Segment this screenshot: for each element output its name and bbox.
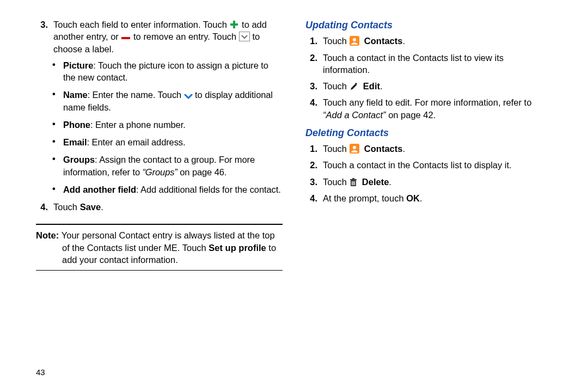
left-column: 3. Touch each field to enter information… xyxy=(36,19,283,271)
bullet-text: Groups: Assign the contact to a group. F… xyxy=(63,154,283,178)
t: . xyxy=(380,81,383,91)
updating-steps: 1. Touch Contacts. 2. Touch a contact in… xyxy=(305,35,552,121)
t: Save xyxy=(80,202,101,212)
bullet-email: • Email: Enter an email address. xyxy=(52,136,283,148)
section-deleting: Deleting Contacts xyxy=(305,126,552,139)
trash-icon xyxy=(350,178,357,187)
step-number: 1. xyxy=(305,143,317,155)
t: Delete xyxy=(362,177,389,187)
svg-rect-11 xyxy=(352,178,354,179)
section-updating: Updating Contacts xyxy=(305,19,552,32)
t: choose a label. xyxy=(53,44,114,54)
del-step-1: 1. Touch Contacts. xyxy=(305,143,552,155)
bullet-phone: • Phone: Enter a phone number. xyxy=(52,119,283,131)
bullet-dot: • xyxy=(52,59,59,84)
t: Contacts xyxy=(364,36,403,46)
t: . xyxy=(402,36,405,46)
step-list-left: 3. Touch each field to enter information… xyxy=(36,19,283,55)
t: . xyxy=(420,193,422,203)
label-box-icon xyxy=(239,32,250,41)
t: to remove an entry. Touch xyxy=(133,32,239,41)
svg-rect-1 xyxy=(233,21,235,28)
step-text: At the prompt, touch OK. xyxy=(323,192,552,204)
deleting-steps: 1. Touch Contacts. 2. Touch a contact in… xyxy=(305,143,552,204)
t: . xyxy=(101,202,103,212)
bullet-text: Name: Enter the name. Touch to display a… xyxy=(63,89,283,113)
del-step-4: 4. At the prompt, touch OK. xyxy=(305,192,552,204)
label: Groups xyxy=(63,155,95,164)
t: Touch xyxy=(323,81,350,91)
label: Add another field xyxy=(63,185,136,194)
label: Name xyxy=(63,90,88,100)
svg-rect-2 xyxy=(121,37,130,39)
label: Picture xyxy=(63,60,93,70)
t: OK xyxy=(406,193,420,203)
step-number: 2. xyxy=(305,159,317,171)
upd-step-3: 3. Touch Edit. xyxy=(305,80,552,92)
step-text: Touch each field to enter information. T… xyxy=(53,19,283,55)
t: Edit xyxy=(363,81,380,91)
bullet-picture: • Picture: Touch the picture icon to ass… xyxy=(52,59,283,84)
label: Phone xyxy=(63,120,90,130)
t: Touch each field to enter information. T… xyxy=(53,20,229,29)
bullet-dot: • xyxy=(52,154,59,178)
upd-step-2: 2. Touch a contact in the Contacts list … xyxy=(305,52,552,76)
desc: : Touch the picture icon to assign a pic… xyxy=(63,60,268,82)
step-text: Touch Contacts. xyxy=(323,35,552,47)
bullet-dot: • xyxy=(52,89,59,113)
del-step-3: 3. Touch Delete. xyxy=(305,176,552,188)
right-column: Updating Contacts 1. Touch Contacts. 2. … xyxy=(305,19,552,271)
t: Contacts xyxy=(364,144,403,154)
svg-rect-14 xyxy=(354,181,354,185)
step-number: 3. xyxy=(305,176,317,188)
step-text: Touch Save. xyxy=(53,201,283,213)
step-number: 4. xyxy=(305,192,317,204)
svg-rect-13 xyxy=(353,181,353,185)
bullet-dot: • xyxy=(52,136,59,148)
note-content: Note: Your personal Contact entry is alw… xyxy=(36,225,283,270)
desc: on page 46. xyxy=(177,167,227,177)
t: to xyxy=(252,32,260,41)
t: . xyxy=(389,177,391,187)
bullet-name: • Name: Enter the name. Touch to display… xyxy=(52,89,283,113)
t: another entry, or xyxy=(53,32,121,41)
t: At the prompt, touch xyxy=(323,193,406,203)
upd-step-1: 1. Touch Contacts. xyxy=(305,35,552,47)
label: Email xyxy=(63,137,87,147)
desc: : Enter a phone number. xyxy=(90,120,186,130)
sub-bullets: • Picture: Touch the picture icon to ass… xyxy=(52,59,283,195)
note-block: Note: Your personal Contact entry is alw… xyxy=(36,224,283,271)
note-lead: Note: xyxy=(36,230,62,240)
step-number: 4. xyxy=(36,201,48,213)
desc: : Enter the name. Touch xyxy=(88,90,184,100)
svg-rect-12 xyxy=(352,181,352,185)
svg-rect-3 xyxy=(239,32,249,41)
divider-icon xyxy=(36,270,283,271)
bullet-text: Picture: Touch the picture icon to assig… xyxy=(63,59,283,84)
bullet-dot: • xyxy=(52,119,59,131)
bullet-add-field: • Add another field: Add additional fiel… xyxy=(52,183,283,195)
step-text: Touch Contacts. xyxy=(323,143,552,155)
svg-rect-10 xyxy=(350,179,357,180)
t: Touch xyxy=(323,36,350,46)
t: on page 42. xyxy=(386,110,436,120)
step-number: 3. xyxy=(36,19,48,55)
step-number: 2. xyxy=(305,52,317,76)
pencil-icon xyxy=(350,82,358,91)
bullet-text: Phone: Enter a phone number. xyxy=(63,119,186,131)
t: to add xyxy=(242,20,267,29)
ref: “Add a Contact” xyxy=(323,110,386,120)
t: Set up profile xyxy=(209,243,266,253)
bullet-text: Email: Enter an email address. xyxy=(63,136,185,148)
bullet-groups: • Groups: Assign the contact to a group.… xyxy=(52,154,283,178)
step-number: 4. xyxy=(305,96,317,121)
upd-step-4: 4. Touch any field to edit. For more inf… xyxy=(305,96,552,121)
bullet-text: Add another field: Add additional fields… xyxy=(63,183,281,195)
svg-point-5 xyxy=(353,38,356,41)
svg-point-8 xyxy=(353,146,356,149)
step-list-left-2: 4. Touch Save. xyxy=(36,201,283,213)
t: Touch xyxy=(323,177,350,187)
note-text: Note: Your personal Contact entry is alw… xyxy=(36,229,283,266)
step-text: Touch Delete. xyxy=(323,176,552,188)
contacts-icon xyxy=(350,144,359,154)
